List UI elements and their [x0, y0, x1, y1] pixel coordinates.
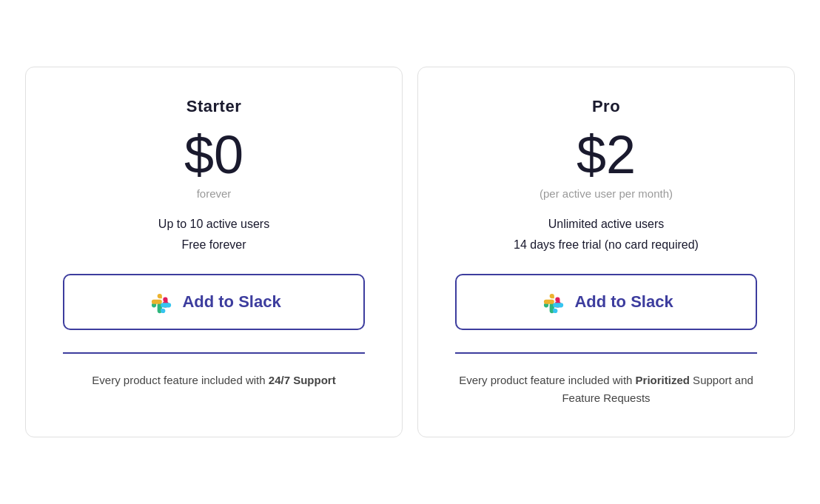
pro-feature-1: Unlimited active users [548, 218, 665, 231]
pro-divider [455, 352, 757, 355]
pro-feature-2: 14 days free trial (no card required) [514, 238, 699, 252]
pro-cta-label: Add to Slack [574, 292, 673, 312]
starter-price-note: forever [197, 187, 232, 200]
starter-price: $0 [184, 128, 243, 181]
starter-feature-2: Free forever [181, 238, 246, 252]
pro-card: Pro $2 (per active user per month) Unlim… [417, 67, 795, 438]
pro-title: Pro [592, 97, 620, 116]
starter-divider [63, 352, 365, 355]
pricing-container: Starter $0 forever Up to 10 active users… [18, 59, 802, 446]
starter-card: Starter $0 forever Up to 10 active users… [25, 67, 403, 438]
starter-cta-label: Add to Slack [182, 292, 280, 312]
starter-footer: Every product feature included with 24/7… [92, 372, 335, 389]
pro-footer: Every product feature included with Prio… [455, 372, 757, 407]
starter-feature-1: Up to 10 active users [158, 218, 269, 231]
pro-price: $2 [577, 128, 636, 181]
pro-price-note: (per active user per month) [540, 187, 673, 200]
starter-title: Starter [186, 97, 241, 116]
pro-add-to-slack-button[interactable]: Add to Slack [455, 274, 757, 330]
slack-icon [539, 289, 565, 315]
starter-add-to-slack-button[interactable]: Add to Slack [63, 274, 365, 330]
slack-icon [147, 289, 173, 315]
